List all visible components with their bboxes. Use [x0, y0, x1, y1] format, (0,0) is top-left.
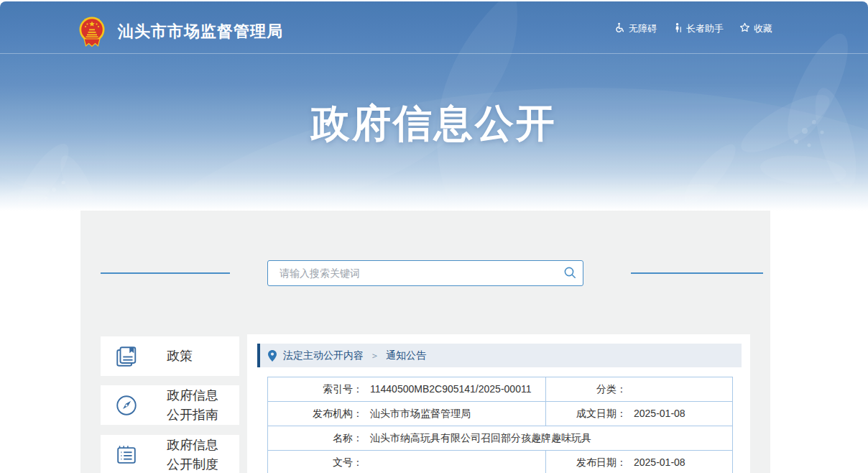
- header-quick-links: 无障碍 长者助手: [614, 22, 772, 35]
- site-name[interactable]: 汕头市市场监督管理局: [118, 21, 283, 42]
- banner: 汕头市市场监督管理局 无障碍: [0, 1, 868, 211]
- search-decorative-line-right: [631, 272, 763, 274]
- search-button[interactable]: [557, 261, 583, 285]
- publisher-value: 汕头市市场监督管理局: [370, 408, 471, 419]
- breadcrumb-current-link[interactable]: 通知公告: [386, 349, 426, 362]
- publish-date-cell: 发布日期：2025-01-08: [546, 451, 733, 473]
- detail-card: 法定主动公开内容 ＞ 通知公告 索引号：11440500MB2C905141/2…: [247, 334, 750, 473]
- search-decorative-line-left: [101, 272, 230, 274]
- category-label: 分类：: [566, 383, 627, 396]
- document-name-cell: 名称：汕头市纳高玩具有限公司召回部分孩趣牌趣味玩具: [268, 426, 733, 451]
- sidebar-item-disclosure-system[interactable]: 政府信息公开制度: [101, 435, 239, 473]
- written-date-label: 成文日期：: [566, 408, 627, 421]
- elder-assistant-icon: [673, 22, 683, 35]
- page-title: 政府信息公开: [0, 98, 868, 150]
- wheelchair-icon: [614, 22, 625, 35]
- national-emblem-logo[interactable]: [76, 14, 108, 47]
- category-cell: 分类：: [546, 377, 733, 402]
- favorite-link[interactable]: 收藏: [739, 22, 772, 35]
- document-list-icon: [114, 443, 139, 467]
- publish-date-value: 2025-01-08: [634, 456, 685, 468]
- document-info-table: 索引号：11440500MB2C905141/2025-00011 分类： 发布…: [267, 377, 733, 473]
- document-name-value: 汕头市纳高玩具有限公司召回部分孩趣牌趣味玩具: [370, 432, 591, 444]
- written-date-cell: 成文日期：2025-01-08: [546, 402, 733, 426]
- elder-assistant-link[interactable]: 长者助手: [673, 22, 724, 35]
- publish-date-label: 发布日期：: [566, 456, 627, 469]
- sidebar-item-label: 政策: [167, 346, 223, 366]
- search-input[interactable]: [278, 267, 557, 280]
- search-box: [267, 260, 583, 286]
- table-row: 索引号：11440500MB2C905141/2025-00011 分类：: [268, 377, 733, 402]
- sidebar-item-policy[interactable]: 政策: [101, 336, 239, 376]
- written-date-value: 2025-01-08: [634, 408, 685, 419]
- table-row: 名称：汕头市纳高玩具有限公司召回部分孩趣牌趣味玩具: [268, 426, 733, 451]
- breadcrumb: 法定主动公开内容 ＞ 通知公告: [257, 344, 742, 367]
- star-icon: [739, 22, 750, 35]
- index-number-value: 11440500MB2C905141/2025-00011: [370, 383, 531, 395]
- index-number-cell: 索引号：11440500MB2C905141/2025-00011: [268, 377, 546, 402]
- accessibility-link[interactable]: 无障碍: [614, 22, 657, 35]
- document-name-label: 名称：: [294, 432, 363, 445]
- sidebar-item-label: 政府信息公开制度: [167, 436, 223, 473]
- publisher-cell: 发布机构：汕头市市场监督管理局: [268, 402, 546, 426]
- publisher-label: 发布机构：: [294, 408, 363, 421]
- accessibility-label: 无障碍: [629, 22, 657, 35]
- index-number-label: 索引号：: [294, 383, 363, 396]
- elder-assistant-label: 长者助手: [686, 22, 724, 35]
- header-bar: 汕头市市场监督管理局 无障碍: [0, 1, 868, 54]
- table-row: 发布机构：汕头市市场监督管理局 成文日期：2025-01-08: [268, 402, 733, 426]
- breadcrumb-separator: ＞: [370, 349, 379, 362]
- document-number-label: 文号：: [294, 456, 363, 469]
- favorite-label: 收藏: [754, 22, 772, 35]
- breadcrumb-section-link[interactable]: 法定主动公开内容: [283, 349, 364, 362]
- location-pin-icon: [268, 350, 277, 362]
- document-number-cell: 文号：: [268, 451, 546, 473]
- compass-icon: [114, 393, 139, 418]
- policy-book-icon: [114, 344, 139, 369]
- sidebar-item-label: 政府信息公开指南: [167, 386, 223, 425]
- sidebar-item-disclosure-guide[interactable]: 政府信息公开指南: [101, 385, 239, 425]
- table-row: 文号： 发布日期：2025-01-08: [268, 451, 733, 473]
- magnifier-icon: [563, 266, 576, 281]
- page: 汕头市市场监督管理局 无障碍: [0, 0, 868, 473]
